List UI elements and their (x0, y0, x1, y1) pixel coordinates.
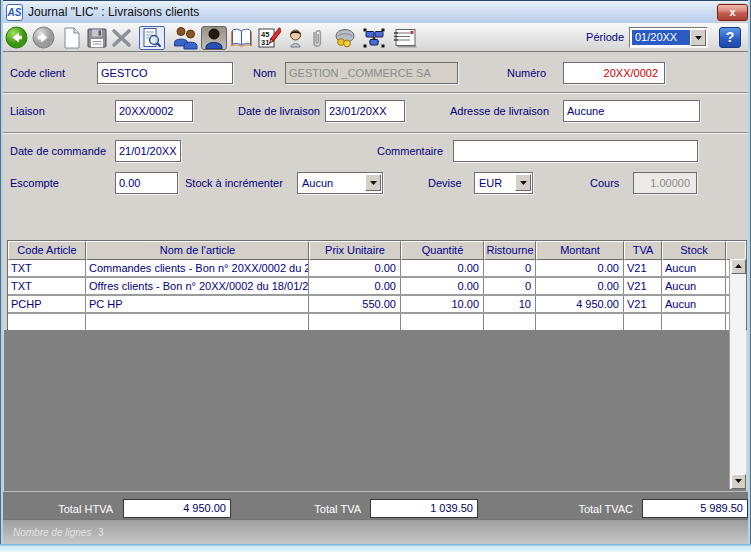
table-header-row: Code Article Nom de l'article Prix Unita… (8, 241, 746, 260)
devise-combobox[interactable]: EUR (474, 172, 533, 194)
cell-montant[interactable]: 0.00 (536, 278, 624, 294)
cell-prix-unitaire[interactable]: 0.00 (309, 260, 401, 276)
commentaire-label: Commentaire (377, 140, 443, 162)
app-icon: AS (6, 4, 23, 21)
application-window: AS Journal "LIC" : Livraisons clients x (0, 0, 751, 552)
scroll-up-button[interactable] (731, 259, 746, 274)
separator (3, 92, 748, 94)
save-icon[interactable] (86, 27, 108, 51)
cell-quantite[interactable]: 0.00 (401, 260, 484, 276)
client-card-icon[interactable] (201, 26, 227, 50)
payment-icon[interactable] (334, 28, 356, 50)
cell-ristourne[interactable]: 0 (484, 260, 536, 276)
table-row[interactable]: TXT Offres clients - Bon n° 20XX/0002 du… (8, 278, 746, 296)
column-header[interactable]: TVA (624, 241, 662, 260)
code-client-field[interactable]: GESTCO (97, 62, 233, 84)
close-button[interactable]: x (717, 4, 748, 21)
new-document-icon[interactable] (62, 27, 82, 51)
journal-book-icon[interactable] (230, 27, 253, 51)
vertical-scrollbar[interactable] (729, 259, 746, 489)
calendar-entry-icon[interactable]: 4531 (257, 26, 281, 52)
scroll-down-button[interactable] (731, 474, 746, 489)
cell-ristourne[interactable]: 0 (484, 278, 536, 294)
cours-field: 1.00000 (633, 172, 697, 194)
notes-form-icon[interactable] (393, 28, 417, 50)
cell-nom-article[interactable]: PC HP (86, 296, 309, 312)
help-button[interactable]: ? (719, 27, 741, 48)
stock-incrementer-combobox[interactable]: Aucun (297, 172, 383, 194)
cell-code-article[interactable]: TXT (8, 278, 86, 294)
date-livraison-label: Date de livraison (238, 100, 320, 122)
table-row[interactable]: PCHP PC HP 550.00 10.00 10 4 950.00 V21 … (8, 296, 746, 314)
line-count-value: 3 (98, 520, 104, 545)
devise-label: Devise (428, 172, 462, 194)
stock-incrementer-dropdown-button[interactable] (365, 174, 381, 191)
numero-field[interactable]: 20XX/0002 (563, 62, 665, 84)
cell-ristourne[interactable]: 10 (484, 296, 536, 312)
articles-table: Code Article Nom de l'article Prix Unita… (7, 240, 747, 330)
contact-icon[interactable] (288, 28, 303, 50)
attachment-icon[interactable] (310, 27, 324, 52)
date-livraison-field[interactable]: 23/01/20XX (325, 100, 405, 122)
cell-code-article[interactable]: PCHP (8, 296, 86, 312)
clients-icon[interactable] (172, 26, 199, 52)
table-row-empty (8, 314, 746, 330)
column-header[interactable]: Ristourne (484, 241, 536, 260)
cell-tva[interactable]: V21 (624, 278, 662, 294)
cell-nom-article[interactable]: Commandes clients - Bon n° 20XX/0002 du … (86, 260, 309, 276)
cell-montant[interactable]: 4 950.00 (536, 296, 624, 312)
cours-label: Cours (590, 172, 619, 194)
cell-nom-article[interactable]: Offres clients - Bon n° 20XX/0002 du 18/… (86, 278, 309, 294)
table-row[interactable]: TXT Commandes clients - Bon n° 20XX/0002… (8, 260, 746, 278)
periode-dropdown-button[interactable] (690, 29, 706, 46)
devise-dropdown-button[interactable] (515, 174, 531, 191)
cell-tva[interactable]: V21 (624, 296, 662, 312)
total-tvac-field: 5 989.50 (642, 499, 748, 518)
total-tva-label: Total TVA (281, 499, 361, 519)
total-htva-field: 4 950.00 (123, 499, 231, 518)
column-header[interactable]: Nom de l'article (86, 241, 309, 260)
window-title: Journal "LIC" : Livraisons clients (28, 1, 199, 24)
periode-label: Période (576, 23, 624, 52)
adresse-livraison-field[interactable]: Aucune (563, 100, 700, 122)
periode-combobox[interactable]: 01/20XX (629, 27, 708, 48)
column-header[interactable]: Montant (536, 241, 624, 260)
title-bar: AS Journal "LIC" : Livraisons clients x (0, 0, 751, 23)
delete-icon[interactable] (110, 27, 133, 51)
code-client-label: Code client (10, 62, 65, 84)
back-icon[interactable] (5, 26, 28, 51)
svg-text:31: 31 (261, 38, 269, 47)
toolbar: 4531 Période 01/20XX ? (1, 23, 750, 52)
cell-stock[interactable]: Aucun (662, 260, 726, 276)
escompte-field[interactable]: 0.00 (115, 172, 178, 194)
total-tvac-label: Total TVAC (553, 499, 633, 519)
column-header[interactable]: Quantité (401, 241, 484, 260)
cell-quantite[interactable]: 10.00 (401, 296, 484, 312)
cell-code-article[interactable]: TXT (8, 260, 86, 276)
forward-icon[interactable] (32, 26, 55, 51)
total-tva-field: 1 039.50 (370, 499, 478, 518)
cell-prix-unitaire[interactable]: 0.00 (309, 278, 401, 294)
cell-montant[interactable]: 0.00 (536, 260, 624, 276)
window-frame-bottom (0, 544, 751, 552)
periode-value: 01/20XX (632, 30, 690, 45)
cell-quantite[interactable]: 0.00 (401, 278, 484, 294)
column-header[interactable]: Stock (662, 241, 726, 260)
adresse-livraison-label: Adresse de livraison (450, 100, 549, 122)
liaison-field[interactable]: 20XX/0002 (115, 100, 193, 122)
links-diagram-icon[interactable] (363, 28, 385, 50)
devise-value: EUR (479, 173, 502, 193)
cell-stock[interactable]: Aucun (662, 296, 726, 312)
liaison-label: Liaison (10, 100, 45, 122)
cell-tva[interactable]: V21 (624, 260, 662, 276)
line-count-label: Nombre de lignes (13, 520, 91, 545)
column-header[interactable]: Code Article (8, 241, 86, 260)
column-header[interactable]: Prix Unitaire (309, 241, 401, 260)
commentaire-field[interactable] (453, 140, 698, 162)
nom-label: Nom (253, 62, 276, 84)
cell-prix-unitaire[interactable]: 550.00 (309, 296, 401, 312)
date-commande-field[interactable]: 21/01/20XX (115, 140, 181, 162)
cell-stock[interactable]: Aucun (662, 278, 726, 294)
stock-incrementer-value: Aucun (302, 173, 333, 193)
search-document-icon[interactable] (139, 26, 165, 50)
